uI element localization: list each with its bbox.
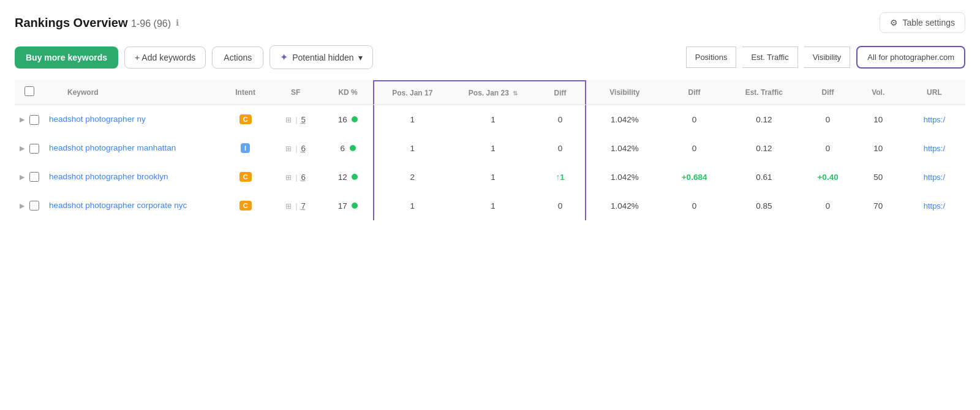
sf-cell: ⊞ | 5 <box>269 105 323 134</box>
col-header-intent: Intent <box>222 80 269 105</box>
row-checkbox[interactable] <box>29 144 39 154</box>
url-cell: https:/ <box>903 163 965 192</box>
kd-cell: 16 <box>323 105 373 134</box>
page-header: Rankings Overview 1-96 (96) ℹ ⚙ Table se… <box>15 12 965 33</box>
visibility-button[interactable]: Visibility <box>804 47 851 68</box>
visibility-cell: 1.042% <box>586 163 663 192</box>
est-diff-value: +0.40 <box>817 173 838 182</box>
est-diff-cell: 0 <box>803 105 853 134</box>
sf-value: 6 <box>301 173 306 182</box>
est-diff-cell: +0.40 <box>803 163 853 192</box>
est-traffic-button[interactable]: Est. Traffic <box>742 47 797 68</box>
vol-cell: 10 <box>853 105 903 134</box>
pos-jan23-cell: 1 <box>451 134 536 163</box>
col-header-kd: KD % <box>323 80 373 105</box>
col-header-diff1: Diff <box>536 80 586 105</box>
url-link[interactable]: https:/ <box>924 173 945 182</box>
expand-arrow[interactable]: ▶ <box>20 202 24 209</box>
est-diff-cell: 0 <box>803 192 853 220</box>
pos-jan23-cell: 1 <box>451 163 536 192</box>
add-keywords-button[interactable]: + Add keywords <box>124 47 206 69</box>
kd-cell: 12 <box>323 163 373 192</box>
diff1-cell: 0 <box>536 192 586 220</box>
intent-badge: C <box>239 172 252 182</box>
keyword-cell: headshot photographer manhattan <box>44 134 222 163</box>
sf-icon: ⊞ <box>285 202 292 211</box>
url-link[interactable]: https:/ <box>924 201 945 211</box>
actions-button[interactable]: Actions <box>212 47 263 69</box>
diff1-cell: 0 <box>536 105 586 134</box>
pos-jan17-cell: 2 <box>373 163 450 192</box>
intent-cell: C <box>222 105 269 134</box>
intent-cell: C <box>222 163 269 192</box>
intent-badge: C <box>239 114 252 124</box>
vol-cell: 50 <box>853 163 903 192</box>
rankings-table-wrapper: Keyword Intent SF KD % Pos. Jan 17 Pos. … <box>15 80 965 220</box>
col-header-sf: SF <box>269 80 323 105</box>
diff-up-value: ↑1 <box>556 173 564 182</box>
buy-more-keywords-button[interactable]: Buy more keywords <box>15 47 118 69</box>
est-traffic-cell: 0.61 <box>725 163 802 192</box>
url-cell: https:/ <box>903 192 965 220</box>
info-icon[interactable]: ℹ <box>176 18 179 28</box>
expand-arrow[interactable]: ▶ <box>20 144 24 152</box>
kd-dot <box>352 116 358 122</box>
keyword-link[interactable]: headshot photographer manhattan <box>49 143 176 152</box>
col-header-est-diff: Diff <box>803 80 853 105</box>
keyword-cell: headshot photographer ny <box>44 105 222 134</box>
domain-filter-button[interactable]: All for photographer.com <box>856 46 965 69</box>
title-range: 1-96 (96) <box>131 18 171 29</box>
table-row: ▶ headshot photographer brooklynC⊞ | 612… <box>15 163 965 192</box>
title-text: Rankings Overview <box>15 16 128 29</box>
pos-jan23-cell: 1 <box>451 192 536 220</box>
table-settings-button[interactable]: ⚙ Table settings <box>880 12 965 33</box>
col-header-pos-jan23[interactable]: Pos. Jan 23 ⇅ <box>451 80 536 105</box>
select-all-checkbox[interactable] <box>24 86 34 96</box>
table-header-row: Keyword Intent SF KD % Pos. Jan 17 Pos. … <box>15 80 965 105</box>
row-checkbox[interactable] <box>29 201 39 211</box>
kd-value: 16 <box>338 115 347 124</box>
col-header-est-traffic: Est. Traffic <box>725 80 802 105</box>
pos-jan17-cell: 1 <box>373 105 450 134</box>
sf-cell: ⊞ | 6 <box>269 163 323 192</box>
diff1-cell: 0 <box>536 134 586 163</box>
potential-label: Potential hidden <box>292 53 353 62</box>
vis-diff-cell: 0 <box>663 134 725 163</box>
kd-dot <box>352 174 358 180</box>
url-link[interactable]: https:/ <box>924 144 945 153</box>
keyword-cell: headshot photographer brooklyn <box>44 163 222 192</box>
row-checkbox[interactable] <box>29 115 39 125</box>
kd-cell: 17 <box>323 192 373 220</box>
col-header-pos-jan17[interactable]: Pos. Jan 17 <box>373 80 450 105</box>
url-link[interactable]: https:/ <box>924 115 945 124</box>
keyword-link[interactable]: headshot photographer brooklyn <box>49 172 168 181</box>
col-header-vol: Vol. <box>853 80 903 105</box>
gear-icon: ⚙ <box>890 18 898 28</box>
vol-cell: 10 <box>853 134 903 163</box>
vol-cell: 70 <box>853 192 903 220</box>
table-settings-label: Table settings <box>902 18 955 28</box>
sf-icon: ⊞ <box>285 173 292 182</box>
vis-diff-cell: +0.684 <box>663 163 725 192</box>
expand-arrow[interactable]: ▶ <box>20 173 24 181</box>
header-left: Rankings Overview 1-96 (96) ℹ <box>15 16 179 30</box>
url-cell: https:/ <box>903 105 965 134</box>
rankings-table: Keyword Intent SF KD % Pos. Jan 17 Pos. … <box>15 80 965 220</box>
col-header-keyword: Keyword <box>44 80 222 105</box>
diff1-cell: ↑1 <box>536 163 586 192</box>
keyword-link[interactable]: headshot photographer corporate nyc <box>49 201 187 210</box>
positions-button[interactable]: Positions <box>686 47 737 68</box>
vis-diff-cell: 0 <box>663 192 725 220</box>
potential-hidden-button[interactable]: ✦ Potential hidden ▾ <box>270 45 372 69</box>
sf-icon: ⊞ <box>285 144 292 153</box>
row-checkbox[interactable] <box>29 172 39 182</box>
table-row: ▶ headshot photographer manhattanI⊞ | 66… <box>15 134 965 163</box>
pos-jan17-label: Pos. Jan 17 <box>392 89 432 97</box>
keyword-link[interactable]: headshot photographer ny <box>49 114 146 124</box>
sf-value: 6 <box>301 144 306 153</box>
sf-icon: ⊞ <box>285 116 292 124</box>
sf-value: 5 <box>301 115 306 124</box>
expand-arrow[interactable]: ▶ <box>20 116 24 123</box>
col-header-checkbox <box>15 80 44 105</box>
keyword-cell: headshot photographer corporate nyc <box>44 192 222 220</box>
